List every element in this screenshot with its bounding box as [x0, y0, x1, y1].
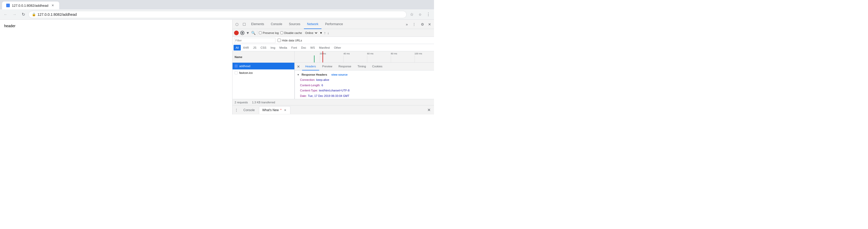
details-tab-timing[interactable]: Timing [354, 63, 369, 70]
import-har-button[interactable]: ↑ [324, 31, 326, 35]
tab-sources[interactable]: Sources [286, 20, 303, 29]
more-tabs-button[interactable]: » [403, 21, 410, 28]
export-har-button[interactable]: ↓ [328, 31, 329, 35]
page-heading: header [4, 24, 16, 28]
devtools-more-button[interactable]: ⋮ [411, 21, 417, 28]
whats-new-close-button[interactable]: ✕ [283, 108, 287, 112]
tab-elements[interactable]: Elements [248, 20, 267, 29]
details-close-button[interactable]: ✕ [296, 64, 301, 69]
back-button[interactable]: ← [2, 11, 9, 18]
browser-tab[interactable]: 127.0.0.1:8082/addhead ✕ [2, 2, 59, 9]
type-doc[interactable]: Doc [299, 45, 308, 51]
preserve-log-text: Preserve log [263, 31, 279, 34]
timeline-tick-80 [391, 55, 391, 62]
preserve-log-label[interactable]: Preserve log [259, 31, 279, 34]
details-tab-cookies[interactable]: Cookies [369, 63, 385, 70]
whats-new-label: What's New [262, 108, 279, 112]
tab-performance[interactable]: Performance [322, 20, 346, 29]
throttle-arrow-icon: ▼ [320, 31, 322, 34]
filter-input[interactable] [235, 39, 274, 42]
header-date-name: Date: [300, 94, 307, 98]
type-all[interactable]: All [234, 45, 241, 51]
type-other[interactable]: Other [332, 45, 343, 51]
type-media[interactable]: Media [277, 45, 289, 51]
url-text: 127.0.0.1:8082/addhead [37, 12, 403, 17]
timeline-tick-60 [367, 55, 367, 62]
timeline-tick-40 [343, 55, 344, 62]
bookmark-button[interactable]: ☆ [408, 11, 415, 18]
header-content-type-value: text/html;charset=UTF-8 [319, 88, 349, 93]
type-font[interactable]: Font [289, 45, 299, 51]
disable-cache-checkbox[interactable] [280, 31, 283, 34]
header-content-length-value: 6 [321, 83, 323, 88]
request-item-addhead[interactable]: addhead [232, 63, 294, 69]
details-tab-bar: ✕ Headers Preview Response [295, 63, 434, 70]
device-icon: ☐ [243, 22, 246, 26]
header-content-type: Content-Type: text/html;charset=UTF-8 [297, 88, 432, 93]
type-css[interactable]: CSS [258, 45, 269, 51]
name-column-header: Name [232, 51, 294, 62]
account-button[interactable]: ○ [416, 11, 424, 18]
header-connection-name: Connection: [300, 78, 315, 82]
request-favicon-file [235, 71, 238, 74]
hide-data-urls-checkbox[interactable] [278, 38, 281, 42]
devtools-close-button[interactable]: ✕ [426, 21, 433, 28]
whats-new-close-icon: ✕ [284, 109, 286, 112]
bottom-more-button[interactable]: ⋮ [235, 108, 238, 112]
details-tab-response[interactable]: Response [336, 63, 354, 70]
device-toolbar-button[interactable]: ☐ [241, 21, 248, 28]
search-button[interactable]: 🔍 [251, 31, 255, 35]
main-content: header ⬡ ☐ Elements Console Sour [0, 20, 434, 115]
timeline-header: 20 ms 40 ms 60 ms 80 ms 100 ms [294, 51, 434, 62]
details-tab-preview[interactable]: Preview [319, 63, 336, 70]
navigation-bar: ← → ↻ 🔒 127.0.0.1:8082/addhead ☆ ○ ⋮ [0, 9, 434, 20]
more-vert-icon: ⋮ [426, 12, 430, 17]
bottom-tab-console[interactable]: Console [240, 106, 258, 114]
stop-icon [242, 32, 243, 34]
disable-cache-label[interactable]: Disable cache [280, 31, 302, 34]
throttle-select[interactable]: Online [304, 31, 318, 35]
forward-button[interactable]: → [11, 11, 18, 18]
stop-recording-button[interactable] [240, 31, 244, 35]
devtools-settings-button[interactable]: ⚙ [419, 21, 426, 28]
transferred-size: 1.3 KB transferred [252, 101, 275, 104]
address-bar[interactable]: 🔒 127.0.0.1:8082/addhead [28, 11, 407, 18]
tab-console[interactable]: Console [268, 20, 285, 29]
response-headers-title: Response Headers [302, 73, 327, 76]
devtools-tab-bar: ⬡ ☐ Elements Console Sources Network [232, 20, 434, 29]
type-ws[interactable]: WS [308, 45, 317, 51]
request-item-favicon[interactable]: favicon.ico [232, 69, 294, 76]
devtools-panel: ⬡ ☐ Elements Console Sources Network [232, 20, 434, 115]
record-button[interactable] [234, 31, 239, 35]
requests-and-details: addhead favicon.ico ✕ [232, 63, 434, 99]
timeline-header-row: Name 20 ms 40 ms 60 ms 80 ms 100 ms [232, 51, 434, 63]
header-connection-value: keep-alive [316, 78, 329, 82]
preserve-log-checkbox[interactable] [259, 31, 262, 34]
more-tabs-icon: » [406, 22, 408, 26]
hide-data-urls-label[interactable]: Hide data URLs [278, 38, 302, 42]
response-headers-view-source[interactable]: view source [331, 73, 348, 76]
refresh-button[interactable]: ↻ [20, 11, 27, 18]
menu-button[interactable]: ⋮ [425, 11, 432, 18]
tab-close-button[interactable]: ✕ [51, 3, 55, 8]
forward-icon: → [12, 12, 17, 17]
disable-cache-text: Disable cache [284, 31, 302, 34]
header-date-value: Tue, 17 Dec 2019 06:33:04 GMT [308, 94, 349, 98]
page-content: header [0, 20, 232, 115]
settings-icon: ⚙ [421, 22, 424, 26]
details-tab-headers[interactable]: Headers [302, 63, 319, 70]
type-xhr[interactable]: XHR [241, 45, 251, 51]
devtools-close-x-button[interactable]: ✕ [426, 107, 432, 113]
type-img[interactable]: Img [269, 45, 277, 51]
inspect-element-button[interactable]: ⬡ [234, 21, 240, 28]
tab-network[interactable]: Network [304, 20, 321, 29]
bottom-tab-whats-new[interactable]: What's New * ✕ [259, 106, 290, 114]
type-manifest[interactable]: Manifest [317, 45, 332, 51]
type-js[interactable]: JS [251, 45, 258, 51]
tab-title: 127.0.0.1:8082/addhead [12, 4, 49, 7]
name-label: Name [235, 55, 242, 59]
filter-button[interactable]: ▼ [246, 31, 250, 35]
requests-list: addhead favicon.ico [232, 63, 294, 99]
bottom-bar: ⋮ Console What's New * ✕ ✕ [232, 105, 434, 115]
whats-new-badge: * [280, 108, 282, 112]
